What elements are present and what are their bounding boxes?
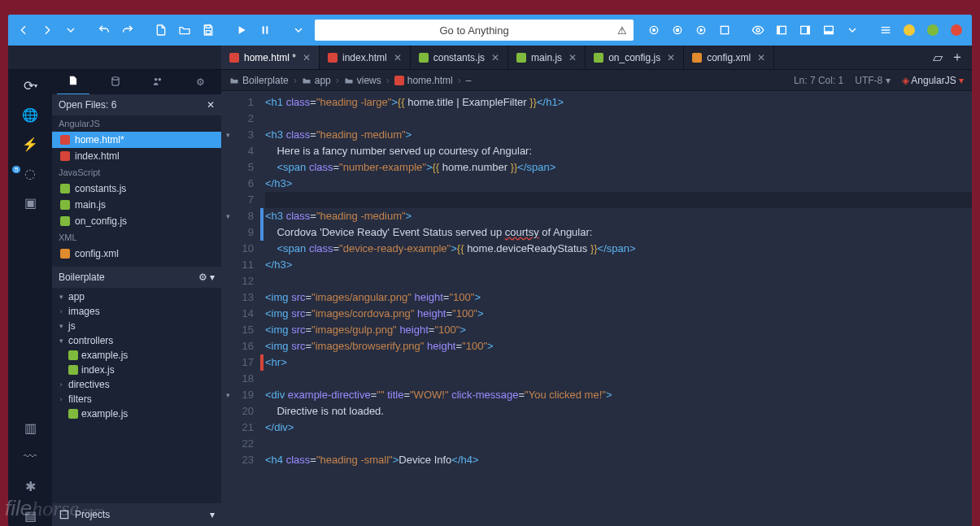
tree-node[interactable]: ▾js [52,319,221,333]
svg-point-12 [756,28,760,32]
openfiles-title: Open Files: 6 [59,99,116,111]
file-icon [68,409,78,419]
record-button[interactable] [643,20,664,41]
undo-button[interactable] [94,20,114,41]
tree-node[interactable]: example.js [52,406,221,421]
open-file-item[interactable]: home.html* [52,132,221,148]
encoding[interactable]: UTF-8 ▾ [855,75,890,86]
close-icon[interactable]: ✕ [757,52,765,63]
svg-marker-10 [700,28,703,32]
new-file-button[interactable] [150,20,171,41]
editor-tab[interactable]: index.html✕ [320,46,411,69]
svg-rect-11 [721,26,728,33]
svg-point-24 [159,77,162,80]
back-button[interactable] [13,20,33,41]
project-gear-icon[interactable]: ⚙ ▾ [198,272,215,283]
close-icon[interactable]: ✕ [491,52,499,63]
file-icon [594,53,603,63]
editor-tab[interactable]: constants.js✕ [411,46,508,69]
svg-point-6 [652,28,656,32]
close-icon[interactable]: ✕ [568,52,577,63]
tree-label: filters [68,393,92,405]
minimize-button[interactable] [899,20,920,41]
file-icon [516,53,526,63]
rail-layout[interactable]: ▣ [17,192,43,213]
close-icon[interactable]: ✕ [667,52,675,63]
side-tab-files[interactable] [57,70,89,95]
rail-regex[interactable]: ✱ [17,476,43,497]
open-file-item[interactable]: constants.js [52,180,221,197]
panel-left-button[interactable] [771,20,791,41]
rail-flash[interactable]: ⚡ [17,133,43,154]
project-tree: ▾app›images▾js▾controllersexample.jsinde… [52,288,221,424]
tree-node[interactable]: ▾controllers [52,333,221,348]
openfiles-close-icon[interactable]: ✕ [207,99,215,111]
side-tab-db[interactable] [99,71,132,94]
goto-anything-input[interactable]: Go to Anything ⚠ [315,20,634,41]
rail-terminal[interactable]: ▥ [17,417,43,438]
rail-git[interactable]: ◌ [17,163,43,184]
tree-node[interactable]: ›directives [52,377,221,392]
open-file-item[interactable]: config.xml [52,246,221,262]
menu-button[interactable] [876,20,896,41]
panel-right-button[interactable] [795,20,815,41]
side-footer[interactable]: Projects ▾ [52,503,221,526]
stop-button[interactable] [667,20,687,41]
run-dropdown[interactable] [288,20,308,41]
file-icon [229,53,239,63]
pause-button[interactable] [255,20,275,41]
language-mode[interactable]: ◈ AngularJS ▾ [902,75,964,86]
tree-node[interactable]: ›filters [52,392,221,406]
maximize-button[interactable] [923,20,943,41]
file-icon [60,135,70,145]
play-button[interactable] [231,20,251,41]
open-file-button[interactable] [174,20,194,41]
tree-node[interactable]: ▾app [52,289,221,304]
source[interactable]: <h1 class="heading -large">{{ home.title… [260,91,972,526]
code-area[interactable]: 12▾34567▾89101112131415161718▾1920212223… [221,91,972,526]
panel-dropdown[interactable] [843,20,863,41]
rail-refresh[interactable]: ⟳▾ [17,75,43,96]
rail-output[interactable]: ▤ [17,505,43,526]
recent-dropdown[interactable] [60,20,81,41]
project-header[interactable]: Boilerplate ⚙ ▾ [52,267,221,288]
editor-tab[interactable]: on_config.js✕ [586,46,684,69]
open-file-item[interactable]: on_config.js [52,213,221,229]
breadcrumb-item[interactable]: Boilerplate [229,75,289,86]
notifications-icon[interactable]: ▱ [933,50,943,65]
breadcrumb-item[interactable]: home.html [394,75,453,86]
new-tab-button[interactable]: ＋ [951,49,964,66]
focus-mode-button[interactable] [747,20,768,41]
editor-tab[interactable]: config.xml✕ [684,46,774,69]
editor-tab[interactable]: main.js✕ [508,46,586,69]
gutter[interactable]: 12▾34567▾89101112131415161718▾1920212223 [221,91,260,526]
editor-tabs: home.html *✕index.html✕constants.js✕main… [8,46,972,70]
close-button[interactable] [947,20,967,41]
forward-button[interactable] [37,20,57,41]
tree-node[interactable]: ›images [52,304,221,319]
editor-tab[interactable]: home.html *✕ [221,46,320,69]
openfiles-header[interactable]: Open Files: 6 ✕ [52,94,221,115]
breadcrumb-item[interactable]: app [302,75,331,86]
rail-places[interactable]: 🌐 [17,104,43,125]
save-button[interactable] [198,20,218,41]
breadcrumb-item[interactable]: views [344,75,381,86]
open-file-item[interactable]: main.js [52,197,221,213]
play-macro-button[interactable] [690,20,711,41]
breadcrumb-item[interactable]: – [466,75,472,86]
panel-bottom-button[interactable] [819,20,839,41]
tree-node[interactable]: index.js [52,363,221,377]
side-tab-settings[interactable]: ⚙ [184,72,216,93]
tree-label: js [68,320,76,332]
rail-graph[interactable]: 〰 [17,446,43,467]
cursor-position[interactable]: Ln: 7 Col: 1 [794,75,843,86]
file-name: home.html* [75,134,124,146]
redo-button[interactable] [117,20,137,41]
close-icon[interactable]: ✕ [303,52,311,63]
open-file-item[interactable]: index.html [52,148,221,164]
tab-label: on_config.js [608,52,660,63]
tree-node[interactable]: example.js [52,348,221,363]
side-tab-collab[interactable] [142,71,174,94]
save-macro-button[interactable] [714,20,734,41]
close-icon[interactable]: ✕ [394,52,402,63]
